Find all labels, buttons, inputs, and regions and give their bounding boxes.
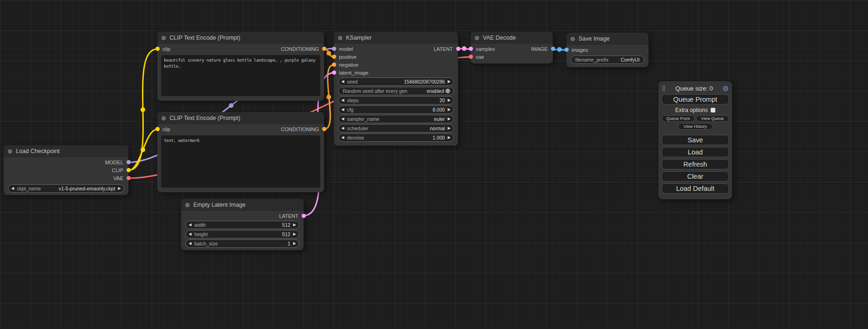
slot-row: clip CONDITIONING <box>157 45 324 53</box>
arrow-right-icon[interactable]: ▶ <box>448 126 451 130</box>
output-dot-latent[interactable] <box>302 214 306 218</box>
node-title-bar[interactable]: Load Checkpoint <box>4 145 128 157</box>
widget-seed[interactable]: ◀ seed 156680208700286 ▶ <box>338 77 454 86</box>
input-dot-model[interactable] <box>332 47 336 51</box>
arrow-left-icon[interactable]: ◀ <box>341 80 344 84</box>
input-label-clip: clip <box>162 126 170 132</box>
arrow-right-icon[interactable]: ▶ <box>448 117 451 121</box>
input-dot-latent-image[interactable] <box>332 70 336 75</box>
node-title-bar[interactable]: KSampler <box>334 32 458 44</box>
node-ksampler[interactable]: KSampler model LATENT positive negative … <box>334 32 458 146</box>
widget-label: steps <box>347 98 359 103</box>
widget-denoise[interactable]: ◀ denoise 1.000 ▶ <box>338 133 454 142</box>
collapse-dot-icon[interactable] <box>571 37 575 41</box>
widget-ckpt-name[interactable]: ◀ ckpt_name v1-5-pruned-emaonly.ckpt ▶ <box>8 184 124 193</box>
arrow-right-icon[interactable]: ▶ <box>118 187 121 190</box>
widget-batch-size[interactable]: ◀ batch_size 1 ▶ <box>185 239 299 248</box>
widget-scheduler[interactable]: ◀ scheduler normal ▶ <box>338 124 454 133</box>
node-clip-text-encode-positive[interactable]: CLIP Text Encode (Prompt) clip CONDITION… <box>157 32 324 101</box>
widget-random-seed[interactable]: Random seed after every gen enabled <box>338 87 454 95</box>
node-save-image[interactable]: Save Image images filename_prefix ComfyU… <box>566 33 649 67</box>
collapse-dot-icon[interactable] <box>185 203 190 207</box>
arrow-left-icon[interactable]: ◀ <box>189 232 191 236</box>
node-title-bar[interactable]: CLIP Text Encode (Prompt) <box>157 112 324 124</box>
node-vae-decode[interactable]: VAE Decode samples IMAGE vae <box>471 32 553 63</box>
arrow-right-icon[interactable]: ▶ <box>293 223 296 227</box>
node-title: Empty Latent Image <box>193 202 246 208</box>
collapse-dot-icon[interactable] <box>475 36 479 40</box>
input-dot-positive[interactable] <box>332 55 336 59</box>
collapse-dot-icon[interactable] <box>8 149 12 154</box>
node-title-bar[interactable]: VAE Decode <box>471 32 553 44</box>
node-title-bar[interactable]: Save Image <box>566 33 649 45</box>
output-dot-latent[interactable] <box>456 47 460 51</box>
widget-value: normal <box>430 126 445 131</box>
arrow-right-icon[interactable]: ▶ <box>448 108 451 112</box>
clear-button[interactable]: Clear <box>662 171 729 182</box>
arrow-right-icon[interactable]: ▶ <box>448 136 451 140</box>
output-dot-vae[interactable] <box>127 176 131 180</box>
arrow-left-icon[interactable]: ◀ <box>11 187 14 190</box>
arrow-left-icon[interactable]: ◀ <box>341 108 344 112</box>
arrow-left-icon[interactable]: ◀ <box>341 98 344 102</box>
view-queue-button[interactable]: View Queue <box>696 115 729 122</box>
widget-value: 512 <box>282 231 290 237</box>
input-dot-negative[interactable] <box>332 63 336 67</box>
load-button[interactable]: Load <box>662 147 729 157</box>
widget-filename-prefix[interactable]: filename_prefix ComfyUI <box>571 56 644 64</box>
arrow-right-icon[interactable]: ▶ <box>448 80 451 84</box>
node-title: Load Checkpoint <box>16 148 60 154</box>
output-dot-image[interactable] <box>551 47 555 51</box>
toggle-dot-icon[interactable] <box>445 89 450 93</box>
load-default-button[interactable]: Load Default <box>662 183 729 194</box>
node-title-bar[interactable]: CLIP Text Encode (Prompt) <box>157 32 324 44</box>
arrow-left-icon[interactable]: ◀ <box>341 136 344 140</box>
node-title: CLIP Text Encode (Prompt) <box>169 35 240 41</box>
save-button[interactable]: Save <box>662 135 729 145</box>
output-label-vae: VAE <box>113 175 123 181</box>
arrow-right-icon[interactable]: ▶ <box>293 232 296 236</box>
node-title: Save Image <box>579 35 610 42</box>
queue-menu-panel: ⣿ Queue size: 0 ⚙ Queue Prompt Extra opt… <box>658 81 732 199</box>
arrow-left-icon[interactable]: ◀ <box>189 242 191 245</box>
extra-options-checkbox[interactable] <box>711 108 715 112</box>
arrow-left-icon[interactable]: ◀ <box>341 117 344 121</box>
node-load-checkpoint[interactable]: Load Checkpoint MODEL CLIP VAE ◀ ckpt_na… <box>4 145 128 195</box>
widget-sampler-name[interactable]: ◀ sampler_name euler ▶ <box>338 115 454 123</box>
arrow-right-icon[interactable]: ▶ <box>448 98 451 102</box>
output-dot-conditioning[interactable] <box>322 127 326 131</box>
queue-prompt-button[interactable]: Queue Prompt <box>662 94 729 105</box>
widget-cfg[interactable]: ◀ cfg 8.000 ▶ <box>338 105 454 114</box>
input-dot-samples[interactable] <box>469 47 473 51</box>
queue-front-button[interactable]: Queue Front <box>662 115 695 122</box>
slot-row: samples IMAGE <box>471 45 553 53</box>
input-dot-clip[interactable] <box>155 127 160 131</box>
settings-gear-icon[interactable]: ⚙ <box>723 85 729 92</box>
node-title-bar[interactable]: Empty Latent Image <box>181 199 303 211</box>
arrow-right-icon[interactable]: ▶ <box>293 242 296 245</box>
extra-options-row: Extra options <box>662 106 729 113</box>
node-clip-text-encode-negative[interactable]: CLIP Text Encode (Prompt) clip CONDITION… <box>157 112 324 192</box>
node-empty-latent-image[interactable]: Empty Latent Image LATENT ◀ width 512 ▶ … <box>181 199 303 250</box>
widget-height[interactable]: ◀ height 512 ▶ <box>185 230 299 238</box>
widget-steps[interactable]: ◀ steps 20 ▶ <box>338 96 454 105</box>
view-history-button[interactable]: View History <box>678 123 713 130</box>
widget-label: filename_prefix <box>575 57 608 63</box>
refresh-button[interactable]: Refresh <box>662 159 729 169</box>
arrow-left-icon[interactable]: ◀ <box>341 126 344 130</box>
collapse-dot-icon[interactable] <box>162 36 166 40</box>
input-dot-images[interactable] <box>565 48 569 52</box>
widget-width[interactable]: ◀ width 512 ▶ <box>185 221 299 229</box>
collapse-dot-icon[interactable] <box>338 36 342 40</box>
input-dot-vae[interactable] <box>469 55 473 59</box>
output-dot-clip[interactable] <box>127 168 131 172</box>
input-dot-clip[interactable] <box>155 47 160 51</box>
drag-handle-icon[interactable]: ⣿ <box>662 85 666 91</box>
prompt-text-negative[interactable]: text, watermark <box>161 135 320 188</box>
collapse-dot-icon[interactable] <box>162 116 166 120</box>
prompt-text-positive[interactable]: beautiful scenery nature glass bottle la… <box>161 55 320 96</box>
output-dot-conditioning[interactable] <box>322 47 326 51</box>
arrow-left-icon[interactable]: ◀ <box>189 223 191 227</box>
output-dot-model[interactable] <box>127 160 131 164</box>
input-label-negative: negative <box>339 62 359 68</box>
